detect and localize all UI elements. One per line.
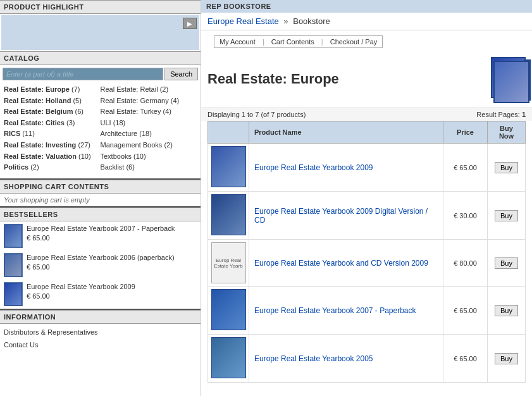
product-image-cell-3: Europ Real Estate Yearb [208, 240, 249, 287]
catalog-link-politics[interactable]: Politics (2) [4, 162, 101, 173]
nav-bar: My Account | Cart Contents | Checkout / … [214, 35, 383, 48]
product-price-cell-2: € 30.00 [443, 192, 488, 240]
bestseller-title-2[interactable]: Europe Real Estate Yearbook 2006 (paperb… [27, 253, 175, 263]
product-link-1[interactable]: Europe Real Estate Yearbook 2009 [254, 163, 373, 172]
search-input[interactable] [3, 68, 163, 80]
search-button[interactable]: Search [164, 68, 198, 80]
catalog-link-turkey[interactable]: Real Estate: Turkey (4) [101, 106, 197, 118]
information-section: INFORMATION Distributors & Representativ… [0, 309, 201, 354]
breadcrumb-home-link[interactable]: Europe Real Estate [207, 16, 279, 26]
product-link-4[interactable]: Europe Real Estate Yearbook 2007 - Paper… [254, 306, 416, 315]
product-price-cell-4: € 65.00 [443, 287, 488, 335]
table-header-row: Product Name Price Buy Now [208, 121, 526, 144]
col-header-product-name: Product Name [249, 121, 443, 144]
table-row: Europe Real Estate Yearbook 2009 Digital… [208, 192, 526, 240]
product-image-cell-5 [208, 335, 249, 383]
catalog-link-germany[interactable]: Real Estate: Germany (4) [101, 96, 197, 107]
buy-button-4[interactable]: Buy [495, 305, 518, 316]
cart-header: SHOPPING CART CONTENTS [0, 180, 201, 194]
product-highlight-header: PRODUCT HIGHLIGHT [0, 0, 201, 14]
col-header-price: Price [443, 121, 488, 144]
breadcrumb-current: Bookstore [293, 16, 330, 26]
book-cover-mini-1 [4, 225, 22, 247]
nav-cart-contents[interactable]: Cart Contents [266, 36, 319, 47]
product-name-cell-4: Europe Real Estate Yearbook 2007 - Paper… [249, 287, 443, 335]
bestsellers-section: BESTSELLERS Europe Real Estate Yearbook … [0, 206, 201, 309]
catalog-link-europe[interactable]: Real Estate: Europe (7) [4, 84, 101, 96]
bestsellers-header: BESTSELLERS [0, 207, 201, 221]
product-thumb-broken-3: Europ Real Estate Yearb [211, 242, 246, 283]
product-highlight-section: PRODUCT HIGHLIGHT ▶ [0, 0, 201, 50]
product-link-3[interactable]: Europe Real Estate Yearbook and CD Versi… [254, 259, 428, 268]
catalog-link-valuation[interactable]: Real Estate: Valuation (10) [4, 151, 101, 163]
product-name-cell-3: Europe Real Estate Yearbook and CD Versi… [249, 240, 443, 287]
col-header-image [208, 121, 249, 144]
product-name-cell-5: Europe Real Estate Yearbook 2005 [249, 335, 443, 383]
product-buy-cell-4: Buy [488, 287, 526, 335]
product-price-cell-1: € 65.00 [443, 144, 488, 192]
broken-image-text: Europ Real Estate Yearb [212, 256, 245, 270]
buy-button-3[interactable]: Buy [495, 257, 518, 269]
buy-button-2[interactable]: Buy [495, 210, 518, 221]
catalog-header: CATALOG [0, 51, 201, 65]
catalog-link-textbooks[interactable]: Textbooks (10) [101, 151, 197, 163]
product-image-cell-2 [208, 192, 249, 240]
cart-section: SHOPPING CART CONTENTS Your shopping car… [0, 178, 201, 206]
catalog-link-uli[interactable]: ULI (18) [101, 118, 197, 129]
product-buy-cell-1: Buy [488, 144, 526, 192]
book-cover-mini-3 [4, 283, 22, 306]
buy-button-5[interactable]: Buy [495, 353, 518, 364]
breadcrumb: Europe Real Estate » Bookstore [201, 13, 532, 30]
catalog-link-rics[interactable]: RICS (11) [4, 128, 101, 140]
product-image-cell-1 [208, 144, 249, 192]
product-name-cell-2: Europe Real Estate Yearbook 2009 Digital… [249, 192, 443, 240]
information-header: INFORMATION [0, 310, 201, 324]
bestseller-thumb-3 [4, 282, 23, 306]
cart-empty-message: Your shopping cart is empty [0, 194, 201, 206]
catalog-links: Real Estate: Europe (7) Real Estate: Hol… [0, 83, 201, 178]
product-thumb-4 [211, 289, 246, 330]
catalog-link-holland[interactable]: Real Estate: Holland (5) [4, 96, 101, 107]
nav-bar-wrapper: My Account | Cart Contents | Checkout / … [201, 30, 532, 53]
product-name-cell-1: Europe Real Estate Yearbook 2009 [249, 144, 443, 192]
catalog-link-architecture[interactable]: Architecture (18) [101, 128, 197, 140]
product-highlight-icon[interactable]: ▶ [183, 18, 197, 29]
nav-checkout[interactable]: Checkout / Pay [325, 36, 383, 47]
info-link-contact[interactable]: Contact Us [4, 339, 197, 352]
catalog-link-investing[interactable]: Real Estate: Investing (27) [4, 140, 101, 151]
current-page: 1 [522, 111, 526, 118]
table-row: Europe Real Estate Yearbook 2007 - Paper… [208, 287, 526, 335]
pagination-info: Displaying 1 to 7 (of 7 products) [207, 111, 306, 118]
nav-my-account[interactable]: My Account [214, 36, 261, 47]
search-bar: Search [0, 65, 201, 83]
bestseller-price-2: € 65.00 [27, 263, 50, 271]
product-link-2[interactable]: Europe Real Estate Yearbook 2009 Digital… [254, 207, 428, 225]
product-thumb-5 [211, 337, 246, 378]
bestseller-price-1: € 65.00 [27, 234, 50, 242]
products-table: Product Name Price Buy Now Europe Real E… [207, 121, 526, 383]
product-price-cell-3: € 80.00 [443, 240, 488, 287]
catalog-link-backlist[interactable]: Backlist (6) [101, 162, 197, 173]
catalog-section: CATALOG Search Real Estate: Europe (7) R… [0, 51, 201, 178]
bestseller-title-1[interactable]: Europe Real Estate Yearbook 2007 - Paper… [27, 224, 175, 233]
catalog-link-belgium[interactable]: Real Estate: Belgium (6) [4, 106, 101, 118]
main-header: REP BOOKSTORE [201, 0, 532, 13]
page-title: Real Estate: Europe [207, 71, 339, 87]
catalog-link-cities[interactable]: Real Estate: Cities (3) [4, 118, 101, 129]
info-link-distributors[interactable]: Distributors & Representatives [4, 326, 197, 339]
book-cover-mini-2 [4, 254, 22, 276]
bestseller-title-3[interactable]: Europe Real Estate Yearbook 2009 [27, 282, 135, 292]
product-price-cell-5: € 65.00 [443, 335, 488, 383]
info-links: Distributors & Representatives Contact U… [0, 324, 201, 354]
product-link-5[interactable]: Europe Real Estate Yearbook 2005 [254, 354, 373, 363]
product-highlight-content: ▶ [1, 15, 199, 50]
catalog-link-management[interactable]: Management Books (2) [101, 140, 197, 151]
table-row: Europ Real Estate Yearb Europe Real Esta… [208, 240, 526, 287]
catalog-link-retail[interactable]: Real Estate: Retail (2) [101, 84, 197, 96]
list-item: Europe Real Estate Yearbook 2006 (paperb… [0, 251, 201, 280]
result-pages-label: Result Pages: [476, 111, 519, 118]
bestseller-thumb-2 [4, 253, 23, 277]
buy-button-1[interactable]: Buy [495, 162, 518, 173]
breadcrumb-separator: » [283, 16, 288, 26]
col-header-buy-now: Buy Now [488, 121, 526, 144]
